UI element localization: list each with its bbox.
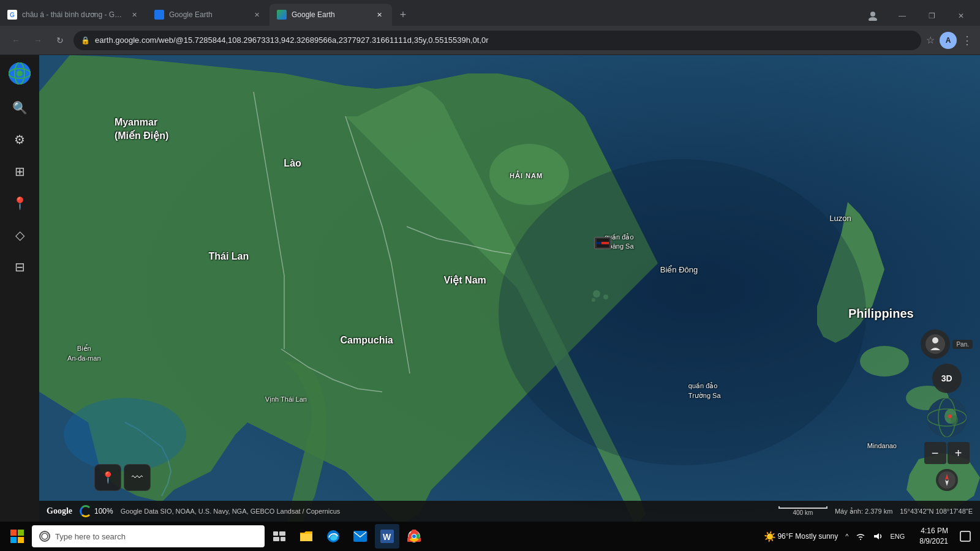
new-tab-button[interactable]: + — [392, 4, 414, 26]
street-view-button[interactable] — [921, 329, 950, 359]
language-tray[interactable]: ENG — [888, 531, 907, 541]
window-controls: — ❐ ✕ — [854, 6, 980, 26]
browser-frame: G châu á - thái bình dương - Goog... ✕ G… — [0, 0, 980, 551]
main-area: 🔍 ⚙ ⊞ 📍 ◇ ⊟ — [0, 55, 980, 522]
taskbar-edge-button[interactable] — [321, 524, 345, 549]
svg-rect-39 — [300, 534, 312, 541]
map-status-bar: Google 100% Google Data SIO, NOAA, U.S. … — [39, 501, 980, 522]
3d-mode-button[interactable]: 3D — [932, 364, 962, 393]
svg-rect-33 — [18, 537, 24, 543]
svg-rect-18 — [597, 242, 601, 244]
bookmark-star-icon[interactable]: ☆ — [926, 34, 935, 46]
zoom-in-button[interactable]: + — [948, 442, 970, 464]
svg-point-48 — [412, 534, 416, 538]
taskbar-mail-button[interactable] — [348, 524, 372, 549]
taskbar-chrome-button[interactable] — [402, 524, 426, 549]
refresh-button[interactable]: ↻ — [51, 32, 69, 49]
weather-icon: ☀️ — [764, 531, 776, 542]
tab-1-close[interactable]: ✕ — [129, 9, 140, 20]
clock-time: 4:16 PM — [919, 526, 948, 536]
url-text: earth.google.com/web/@15.7285844,108.296… — [95, 36, 914, 45]
volume-icon — [873, 532, 883, 541]
sidebar-item-measure[interactable]: ⊟ — [6, 253, 33, 280]
sidebar-item-settings[interactable]: ⚙ — [6, 126, 33, 153]
loading-percent: 100% — [94, 507, 113, 515]
search-icon: 🔍 — [12, 100, 28, 115]
url-bar[interactable]: 🔒 earth.google.com/web/@15.7285844,108.2… — [74, 31, 921, 50]
svg-point-19 — [925, 334, 945, 354]
tab-2-favicon — [154, 10, 164, 20]
attribution-text: Google Data SIO, NOAA, U.S. Navy, NGA, G… — [121, 508, 341, 515]
lock-icon: 🔒 — [81, 36, 90, 45]
loading-spinner — [80, 505, 92, 517]
map-svg — [39, 55, 980, 522]
taskbar-files-button[interactable] — [294, 524, 318, 549]
back-button[interactable]: ← — [7, 32, 24, 49]
google-logo-text: Google — [47, 506, 72, 516]
svg-text:W: W — [383, 532, 391, 542]
volume-tray[interactable] — [870, 531, 885, 542]
profile-button[interactable]: A — [940, 32, 957, 49]
gear-icon: ⚙ — [14, 132, 25, 147]
minimize-button[interactable]: — — [888, 6, 916, 26]
globe-minimap-button[interactable] — [927, 398, 967, 437]
tab-2-title: Google Earth — [169, 10, 246, 19]
sidebar: 🔍 ⚙ ⊞ 📍 ◇ ⊟ — [0, 55, 39, 522]
loading-indicator: 100% — [80, 505, 113, 517]
network-tray[interactable] — [853, 531, 868, 542]
sidebar-item-location[interactable]: 📍 — [6, 190, 33, 217]
svg-rect-49 — [960, 531, 970, 541]
svg-rect-31 — [18, 530, 24, 536]
notification-button[interactable] — [956, 524, 975, 549]
sidebar-item-shapes[interactable]: ◇ — [6, 222, 33, 249]
clock-date: 8/9/2021 — [919, 536, 948, 547]
taskbar-clock[interactable]: 4:16 PM 8/9/2021 — [914, 526, 953, 547]
maximize-button[interactable]: ❐ — [918, 6, 946, 26]
tab-3[interactable]: Google Earth ✕ — [270, 4, 392, 26]
tab-2[interactable]: Google Earth ✕ — [147, 4, 270, 26]
svg-point-8 — [489, 144, 569, 205]
cortana-icon — [39, 531, 50, 542]
menu-button[interactable]: ⋮ — [962, 34, 973, 47]
zoom-controls: − + — [924, 442, 970, 464]
sidebar-item-search[interactable]: 🔍 — [6, 94, 33, 121]
location-toolbar-button[interactable]: 📍 — [94, 464, 121, 491]
chrome-profile-btn[interactable] — [859, 6, 887, 26]
taskbar-search[interactable]: Type here to search — [32, 525, 265, 547]
svg-rect-35 — [273, 531, 278, 536]
close-button[interactable]: ✕ — [947, 6, 975, 26]
search-placeholder-text: Type here to search — [55, 532, 126, 541]
weather-text: 96°F Mostly sunny — [777, 532, 838, 541]
scale-bar: 400 km — [778, 506, 827, 516]
svg-point-20 — [932, 337, 938, 343]
svg-point-9 — [860, 346, 909, 377]
location-icon: 📍 — [12, 196, 28, 211]
tab-1[interactable]: G châu á - thái bình dương - Goog... ✕ — [0, 4, 147, 26]
tray-chevron[interactable]: ^ — [843, 531, 851, 541]
compass-button[interactable] — [936, 469, 958, 491]
shapes-icon: ◇ — [15, 228, 24, 242]
tab-2-close[interactable]: ✕ — [251, 9, 262, 20]
map-area[interactable]: Myanmar (Miến Điện) Lào Thái Lan Việt Na… — [39, 55, 980, 522]
path-toolbar-button[interactable]: 〰 — [124, 464, 151, 491]
tab-3-title: Google Earth — [292, 10, 369, 19]
measure-icon: ⊟ — [15, 260, 25, 274]
svg-rect-30 — [10, 530, 17, 536]
sidebar-item-layers[interactable]: ⊞ — [6, 158, 33, 185]
tab-3-close[interactable]: ✕ — [374, 9, 385, 20]
forward-button[interactable]: → — [29, 32, 47, 49]
google-earth-logo — [9, 62, 31, 84]
panorama-label: Pan. — [952, 340, 973, 349]
taskbar-word-button[interactable]: W — [375, 524, 399, 549]
zoom-out-button[interactable]: − — [924, 442, 946, 464]
weather-tray-item[interactable]: ☀️ 96°F Mostly sunny — [761, 530, 840, 544]
network-icon — [856, 532, 865, 541]
language-text: ENG — [890, 533, 905, 540]
svg-rect-41 — [353, 531, 367, 542]
start-button[interactable] — [5, 524, 29, 549]
svg-point-34 — [42, 533, 48, 539]
svg-point-1 — [869, 17, 877, 21]
task-view-button[interactable] — [267, 524, 292, 549]
svg-point-26 — [948, 414, 952, 418]
svg-rect-38 — [281, 537, 285, 541]
